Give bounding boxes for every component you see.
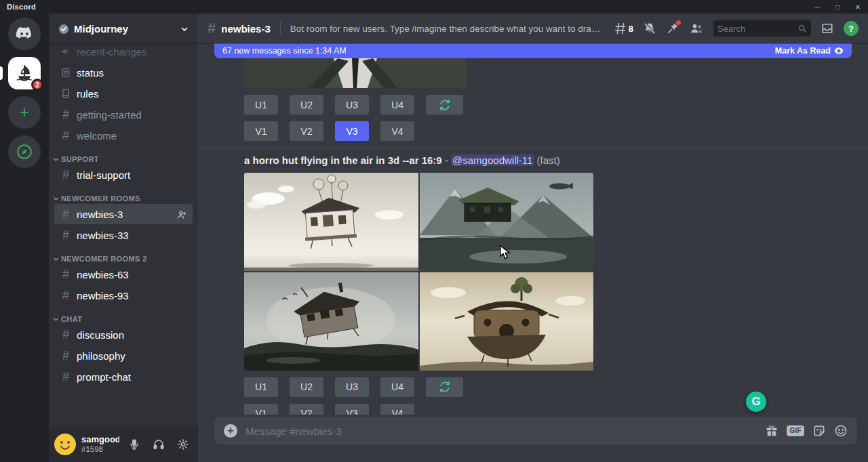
mic-button[interactable] xyxy=(125,435,144,454)
u1-button[interactable]: U1 xyxy=(244,377,278,397)
u4-button[interactable]: U4 xyxy=(380,95,414,114)
section-support[interactable]: SUPPORT xyxy=(52,155,193,163)
mark-read-icon xyxy=(834,47,844,55)
channel-newbies-93[interactable]: # newbies-93 xyxy=(54,285,193,306)
member-list-button[interactable] xyxy=(689,22,704,35)
author-mention[interactable]: @samgoodwill-11 xyxy=(451,154,534,166)
v2-button[interactable]: V2 xyxy=(290,404,323,415)
grid-image-balloon-house[interactable] xyxy=(244,173,418,271)
channel-prompt-chat[interactable]: # prompt-chat xyxy=(54,366,193,387)
channel-discussion[interactable]: # discussion xyxy=(54,324,193,345)
selected-server-pill xyxy=(0,66,3,80)
channel-rules[interactable]: rules xyxy=(54,83,193,104)
emoji-smile-icon xyxy=(834,424,848,438)
close-button[interactable]: ✕ xyxy=(848,0,868,14)
sticker-button[interactable] xyxy=(812,424,826,438)
hash-icon: # xyxy=(60,129,72,142)
reroll-button[interactable] xyxy=(426,377,463,397)
inbox-icon xyxy=(821,22,834,35)
grid-image-mountain-cabin[interactable] xyxy=(420,173,593,271)
v4-button[interactable]: V4 xyxy=(380,121,414,141)
invite-people-icon[interactable] xyxy=(176,208,187,220)
v1-button[interactable]: V1 xyxy=(244,121,278,141)
section-newcomer-rooms[interactable]: NEWCOMER ROOMS xyxy=(52,194,193,203)
rules-book-icon xyxy=(60,88,72,99)
channel-trial-support[interactable]: # trial-support xyxy=(54,165,193,185)
channel-recent-changes[interactable]: recent-changes xyxy=(54,43,193,62)
pinned-messages-button[interactable] xyxy=(666,22,679,35)
prompt-text: a horro hut flying in the air in 3d --ar… xyxy=(244,154,442,166)
section-newcomer-rooms-2[interactable]: NEWCOMER ROOMS 2 xyxy=(52,255,193,263)
v3-button-selected[interactable]: V3 xyxy=(335,121,369,141)
verified-badge-icon xyxy=(58,22,69,34)
new-messages-text: 67 new messages since 1:34 AM xyxy=(222,46,347,56)
u3-button[interactable]: U3 xyxy=(335,95,369,114)
megaphone-icon xyxy=(60,46,72,57)
add-server-button[interactable]: + xyxy=(8,96,41,129)
image-grid xyxy=(244,173,593,371)
settings-gear-button[interactable] xyxy=(174,435,193,454)
explore-servers-button[interactable] xyxy=(8,135,41,168)
status-list-icon xyxy=(60,67,72,78)
u2-button[interactable]: U2 xyxy=(290,377,323,397)
grid-image-tilted-shack[interactable] xyxy=(244,272,418,371)
v1-button[interactable]: V1 xyxy=(244,404,278,415)
section-chat[interactable]: CHAT xyxy=(52,315,193,323)
hash-icon: # xyxy=(60,371,72,383)
channel-getting-started[interactable]: # getting-started xyxy=(54,104,193,125)
v4-button[interactable]: V4 xyxy=(380,404,414,415)
channel-hash-icon: # xyxy=(208,20,216,37)
v2-button[interactable]: V2 xyxy=(290,121,323,141)
server-header[interactable]: Midjourney xyxy=(49,14,198,43)
minimize-button[interactable]: ─ xyxy=(807,0,827,14)
prompt-line: a horro hut flying in the air in 3d --ar… xyxy=(244,154,852,167)
v3-button[interactable]: V3 xyxy=(335,404,369,415)
bell-slash-icon xyxy=(643,22,656,35)
search-input[interactable] xyxy=(717,24,795,34)
emoji-button[interactable] xyxy=(834,424,848,438)
window-titlebar: Discord ─ □ ✕ xyxy=(0,0,868,14)
grid-image-floating-island-hut[interactable] xyxy=(420,272,593,371)
chevron-down-icon xyxy=(53,316,59,322)
gift-icon xyxy=(765,424,778,438)
inbox-button[interactable] xyxy=(821,22,834,35)
u1-button[interactable]: U1 xyxy=(244,95,278,114)
gift-button[interactable] xyxy=(765,424,778,438)
channel-newbies-3[interactable]: # newbies-3 xyxy=(54,204,193,224)
channel-newbies-63[interactable]: # newbies-63 xyxy=(54,264,193,285)
server-icon-midjourney[interactable]: 2 xyxy=(8,57,41,89)
notification-settings-button[interactable] xyxy=(643,22,656,35)
pin-alert-dot xyxy=(676,20,681,25)
suit-portrait-image xyxy=(244,58,467,88)
user-info[interactable]: samgoodw... #1598 xyxy=(81,435,119,454)
server-name: Midjourney xyxy=(74,23,176,35)
refresh-icon xyxy=(439,381,451,393)
home-button[interactable] xyxy=(8,18,41,50)
mark-as-read-button[interactable]: Mark As Read xyxy=(775,46,844,56)
hash-icon: # xyxy=(60,108,72,121)
channel-welcome[interactable]: # welcome xyxy=(54,125,193,146)
maximize-button[interactable]: □ xyxy=(827,0,848,14)
threads-button[interactable]: 8 xyxy=(614,22,633,35)
message-input[interactable] xyxy=(245,425,757,437)
headphones-button[interactable] xyxy=(149,435,168,454)
reroll-button[interactable] xyxy=(426,95,463,114)
grammarly-badge[interactable]: G xyxy=(746,392,766,412)
help-button[interactable]: ? xyxy=(844,21,859,36)
hash-icon: # xyxy=(60,268,72,280)
u3-button[interactable]: U3 xyxy=(335,377,369,397)
chevron-down-icon xyxy=(53,256,59,262)
header-divider xyxy=(280,22,281,35)
u4-button[interactable]: U4 xyxy=(380,377,414,397)
channel-topic[interactable]: Bot room for new users. Type /imagine th… xyxy=(290,24,601,34)
channel-philosophy[interactable]: # philosophy xyxy=(54,345,193,366)
gif-button[interactable]: GIF xyxy=(787,425,804,436)
hash-icon: # xyxy=(60,208,72,220)
channel-status[interactable]: status xyxy=(54,62,193,83)
channel-newbies-33[interactable]: # newbies-33 xyxy=(54,225,193,245)
upload-plus-icon[interactable]: + xyxy=(224,424,237,438)
chat-header: # newbies-3 Bot room for new users. Type… xyxy=(198,14,868,43)
u2-button[interactable]: U2 xyxy=(290,95,323,114)
user-avatar[interactable] xyxy=(54,434,76,455)
upscaled-image-partial[interactable] xyxy=(244,58,467,88)
